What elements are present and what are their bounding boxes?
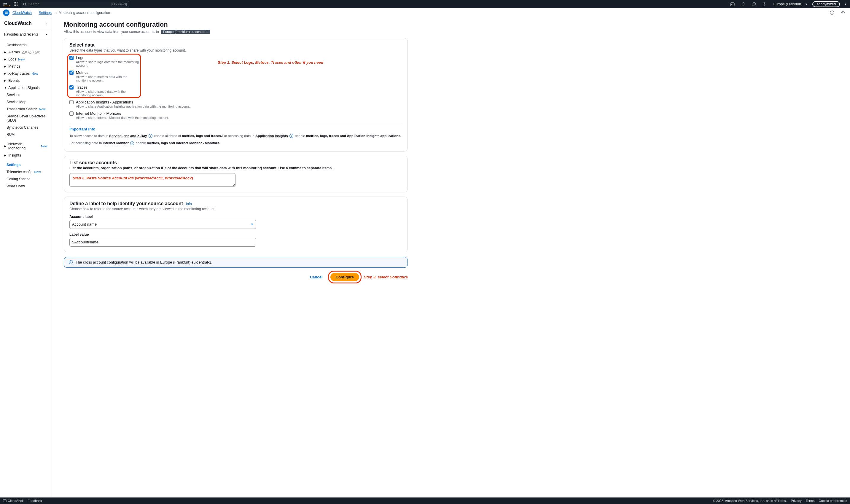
sidebar-item-events[interactable]: ▶Events — [0, 77, 52, 84]
svg-rect-6 — [17, 3, 18, 4]
checkbox-logs[interactable]: Logs — [69, 55, 141, 60]
page-title: Monitoring account configuration — [64, 21, 408, 29]
checkbox-input[interactable] — [69, 85, 74, 90]
label-value-field-label: Label value — [69, 232, 402, 237]
breadcrumb-current: Monitoring account configuration — [59, 11, 110, 15]
checkbox-metrics[interactable]: Metrics — [69, 70, 141, 75]
cloudshell-icon[interactable] — [728, 2, 737, 6]
notifications-icon[interactable] — [739, 2, 747, 6]
sidebar-collapse-icon[interactable]: ‹ — [46, 21, 48, 26]
sidebar-item-whatsnew[interactable]: What's new — [0, 183, 52, 190]
new-badge: New — [41, 144, 48, 148]
settings-gear-icon[interactable] — [761, 2, 768, 6]
label-panel-title: Define a label to help identify your sou… — [69, 201, 183, 206]
sidebar-item-insights[interactable]: ▶Insights — [0, 152, 52, 159]
sidebar-item-slo[interactable]: Service Level Objectives (SLO) — [0, 113, 52, 124]
checkbox-input[interactable] — [69, 111, 74, 115]
sidebar-item-netmon[interactable]: ▶Network Monitoring New — [0, 141, 52, 152]
breadcrumb-settings[interactable]: Settings — [39, 11, 52, 15]
region-selector[interactable]: Europe (Frankfurt)▼ — [772, 2, 809, 6]
source-accounts-title: List source accounts — [69, 160, 402, 165]
svg-rect-5 — [15, 3, 16, 4]
select-data-title: Select data — [69, 42, 402, 48]
services-grid-icon[interactable] — [14, 2, 18, 6]
top-nav: aws [Option+S] ? Europe (Frankfurt)▼ ano… — [0, 0, 850, 8]
aws-logo[interactable]: aws — [3, 2, 11, 6]
search-input[interactable] — [28, 2, 110, 6]
info-link[interactable]: Info — [186, 202, 192, 206]
region-chip: Europe (Frankfurt) eu-central-1 — [161, 30, 211, 34]
checkbox-internetmon-desc: Allow to share Internet Monitor data wit… — [76, 116, 402, 120]
select-data-panel: Select data Select the data types that y… — [64, 38, 408, 151]
source-accounts-textarea[interactable]: Step 2. Paste Source Account Ids (Worklo… — [69, 173, 235, 187]
sidebar-item-dashboards[interactable]: Dashboards — [0, 41, 52, 49]
cancel-button[interactable]: Cancel — [307, 273, 326, 281]
svg-point-15 — [764, 3, 765, 5]
checkbox-appinsights[interactable]: Application Insights - Applications — [69, 100, 402, 104]
svg-line-11 — [25, 5, 26, 6]
select-value: Account name — [72, 222, 97, 227]
checkbox-input[interactable] — [69, 56, 74, 60]
sidebar-item-services[interactable]: Services — [0, 91, 52, 98]
main-content: Monitoring account configuration Allow t… — [52, 17, 420, 498]
svg-point-10 — [23, 3, 26, 5]
sidebar-item-servicemap[interactable]: Service Map — [0, 98, 52, 106]
account-label: anonymized — [816, 2, 836, 6]
page-subtitle: Allow this account to view data from you… — [64, 30, 408, 34]
checkbox-traces[interactable]: Traces — [69, 85, 141, 90]
annotation-step2: Step 2. Paste Source Account Ids (Worklo… — [73, 176, 193, 180]
sidebar-item-settings[interactable]: Settings — [0, 161, 52, 168]
account-menu[interactable]: anonymized — [812, 1, 840, 7]
region-label: Europe (Frankfurt) — [773, 2, 802, 6]
sidebar-item-telemetry[interactable]: Telemetry config New — [0, 168, 52, 176]
help-icon[interactable]: ? — [750, 2, 758, 6]
sidebar-item-rum[interactable]: RUM — [0, 131, 52, 138]
info-icon[interactable]: i — [289, 134, 293, 138]
info-icon[interactable]: i — [130, 141, 134, 145]
account-label-select[interactable]: Account name ▼ — [69, 220, 256, 229]
sidebar-item-logs[interactable]: ▶Logs New — [0, 56, 52, 63]
refresh-icon[interactable] — [839, 11, 847, 15]
global-search[interactable]: [Option+S] — [21, 1, 129, 7]
checkbox-internetmon[interactable]: Internet Monitor - Monitors — [69, 111, 402, 115]
caret-right-icon: ▶ — [4, 79, 6, 82]
caret-right-icon: ▶ — [4, 72, 6, 75]
search-icon — [23, 2, 26, 6]
label-value-input[interactable]: $AccountName — [69, 238, 256, 247]
checkbox-input[interactable] — [69, 100, 74, 104]
sidebar-item-getstarted[interactable]: Getting Started — [0, 176, 52, 183]
region-alert: i The cross account configuration will b… — [64, 257, 408, 268]
annotation-step3: Step 3. select Configure — [364, 275, 408, 279]
svg-rect-12 — [730, 2, 734, 6]
input-value: $AccountName — [72, 240, 99, 244]
caret-right-icon: ▶ — [4, 145, 6, 148]
svg-rect-1 — [14, 2, 15, 3]
nav-toggle-button[interactable] — [3, 10, 10, 16]
sidebar-item-synthetics[interactable]: Synthetics Canaries — [0, 124, 52, 131]
important-info-line2: For accessing data in Internet Monitor i… — [69, 140, 402, 146]
sidebar-item-appsignals[interactable]: ▼Application Signals — [0, 84, 52, 91]
sidebar-favorites-label: Favorites and recents — [4, 32, 38, 36]
sidebar-favorites[interactable]: Favorites and recents ▸ — [0, 30, 52, 39]
label-panel-subtitle: Choose how to refer to the source accoun… — [69, 207, 402, 211]
chevron-down-icon: ▼ — [251, 223, 253, 226]
account-label-field-label: Account label — [69, 215, 402, 219]
svg-rect-9 — [17, 5, 18, 6]
select-data-subtitle: Select the data types that you want to s… — [69, 48, 402, 53]
sidebar-header: CloudWatch ‹ — [0, 17, 52, 30]
important-info-heading: Important info — [69, 127, 402, 131]
breadcrumb-cloudwatch[interactable]: CloudWatch — [13, 11, 32, 15]
checkbox-input[interactable] — [69, 71, 74, 75]
sidebar-item-metrics[interactable]: ▶Metrics — [0, 63, 52, 70]
info-icon[interactable]: i — [148, 134, 153, 138]
info-icon[interactable] — [828, 11, 836, 15]
sidebar-item-alarms[interactable]: ▶Alarms 0 0 0 — [0, 49, 52, 56]
chevron-right-icon: ▸ — [46, 32, 48, 36]
svg-rect-4 — [14, 3, 15, 4]
sidebar-item-xray[interactable]: ▶X-Ray traces New — [0, 70, 52, 77]
sidebar-item-txnsearch[interactable]: Transaction Search New — [0, 106, 52, 113]
svg-point-21 — [832, 11, 832, 12]
checkbox-metrics-desc: Allow to share metrics data with the mon… — [76, 75, 141, 82]
configure-button[interactable]: Configure — [331, 273, 359, 281]
action-row: Cancel Configure Step 3. select Configur… — [64, 272, 408, 282]
